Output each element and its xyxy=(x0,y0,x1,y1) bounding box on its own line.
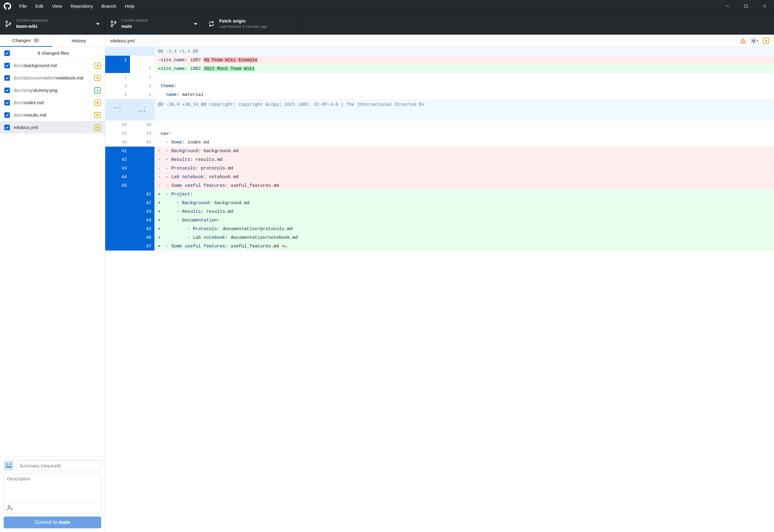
file-row[interactable]: docs\documentation\notebook.md xyxy=(0,72,105,84)
sync-icon xyxy=(208,20,215,27)
sidebar: Changes 6 History 6 changed files docs\b… xyxy=(0,35,105,532)
fetch-button[interactable]: Fetch origin Last fetched 3 minutes ago xyxy=(203,13,302,35)
expand-down-icon[interactable]: •••↓ xyxy=(114,106,122,113)
file-name: docs\results.md xyxy=(14,112,91,118)
svg-point-7 xyxy=(111,21,113,22)
modified-icon xyxy=(94,112,101,118)
modified-icon xyxy=(94,124,101,131)
github-logo-icon xyxy=(4,2,11,10)
svg-point-10 xyxy=(8,505,10,508)
added-icon: + xyxy=(94,87,101,93)
svg-rect-1 xyxy=(745,5,748,8)
file-name: docs\img\dummy.png xyxy=(14,88,91,93)
repo-icon xyxy=(5,20,12,27)
warning-icon[interactable] xyxy=(740,38,746,44)
svg-point-5 xyxy=(6,25,7,27)
file-row[interactable]: docs\results.md xyxy=(0,109,105,121)
fetch-title: Fetch origin xyxy=(219,18,297,24)
file-checkbox[interactable] xyxy=(4,88,10,93)
file-row[interactable]: docs\img\dummy.png+ xyxy=(0,84,105,97)
menu-edit[interactable]: Edit xyxy=(31,0,48,12)
tab-history[interactable]: History xyxy=(53,35,105,47)
commit-button[interactable]: Commit to main xyxy=(4,517,101,528)
file-row[interactable]: docs\background.md xyxy=(0,59,105,72)
svg-point-4 xyxy=(6,21,7,22)
file-row[interactable]: mkdocs.yml xyxy=(0,121,105,134)
branch-label: Current branch xyxy=(121,18,193,23)
svg-point-8 xyxy=(111,25,113,27)
diff-body[interactable]: @@ -1,4 +1,4 @@ 1-site_name: iDEC HQ Tea… xyxy=(105,47,774,532)
expand-up-icon[interactable]: ↑••• xyxy=(138,106,146,113)
menu-help[interactable]: Help xyxy=(121,0,139,12)
branch-selector[interactable]: Current branch main xyxy=(105,13,203,35)
diff-filename: mkdocs.yml xyxy=(110,38,740,43)
changes-count-badge: 6 xyxy=(33,38,40,43)
modified-icon xyxy=(94,75,101,81)
settings-icon[interactable] xyxy=(750,38,759,44)
toolbar: Current repository team-wiki Current bra… xyxy=(0,12,774,35)
file-name: docs\background.md xyxy=(14,63,91,68)
diff-header: mkdocs.yml xyxy=(105,35,774,47)
svg-point-12 xyxy=(743,42,743,43)
minimize-button[interactable] xyxy=(718,0,737,12)
title-bar: File Edit View Repository Branch Help xyxy=(0,0,774,12)
repo-name: team-wiki xyxy=(16,23,96,29)
file-row[interactable]: docs\index.md xyxy=(0,97,105,109)
svg-point-13 xyxy=(753,40,755,42)
menu-repository[interactable]: Repository xyxy=(66,0,97,12)
file-name: mkdocs.yml xyxy=(14,125,91,130)
repository-selector[interactable]: Current repository team-wiki xyxy=(0,13,105,35)
changed-files-count: 6 changed files xyxy=(6,50,101,56)
no-newline-icon: ⊘↵ xyxy=(279,244,287,249)
menu-view[interactable]: View xyxy=(48,0,66,12)
file-name: docs\index.md xyxy=(14,100,91,105)
branch-icon xyxy=(110,20,117,27)
menu-file[interactable]: File xyxy=(15,0,31,12)
svg-point-9 xyxy=(114,21,116,23)
file-checkbox[interactable] xyxy=(4,100,10,105)
commit-form: Commit to main xyxy=(0,456,105,532)
avatar xyxy=(4,461,14,470)
modified-icon xyxy=(94,62,101,69)
chevron-down-icon xyxy=(96,22,100,26)
add-coauthor-icon[interactable] xyxy=(6,504,13,511)
file-checkbox[interactable] xyxy=(4,125,10,130)
file-checkbox[interactable] xyxy=(4,112,10,118)
maximize-button[interactable] xyxy=(737,0,755,12)
sidebar-tabs: Changes 6 History xyxy=(0,35,105,47)
file-checkbox[interactable] xyxy=(4,75,10,81)
repo-label: Current repository xyxy=(16,18,96,23)
changes-header: 6 changed files xyxy=(0,47,105,59)
diff-view: mkdocs.yml @@ -1,4 +1,4 @@ 1-site_name: … xyxy=(105,35,774,532)
commit-summary-input[interactable] xyxy=(16,460,101,471)
tab-changes[interactable]: Changes 6 xyxy=(0,35,53,47)
changed-files-list: docs\background.mddocs\documentation\not… xyxy=(0,59,105,456)
fetch-subtitle: Last fetched 3 minutes ago xyxy=(219,24,297,29)
file-name: docs\documentation\notebook.md xyxy=(14,75,91,80)
file-checkbox[interactable] xyxy=(4,63,10,68)
svg-point-6 xyxy=(9,23,11,24)
menu-branch[interactable]: Branch xyxy=(97,0,121,12)
chevron-down-icon xyxy=(193,22,198,26)
branch-name: main xyxy=(121,23,193,29)
close-button[interactable] xyxy=(755,0,774,12)
diff-mod-icon[interactable] xyxy=(763,38,769,44)
modified-icon xyxy=(94,100,101,106)
commit-description-input[interactable] xyxy=(4,474,101,502)
app-menu: File Edit View Repository Branch Help xyxy=(15,0,139,12)
tab-changes-label: Changes xyxy=(12,38,31,43)
window-controls xyxy=(718,0,774,12)
